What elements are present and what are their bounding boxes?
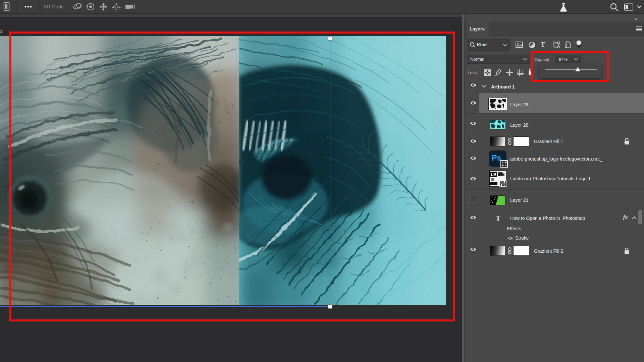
svg-text:LR: LR — [491, 172, 497, 177]
